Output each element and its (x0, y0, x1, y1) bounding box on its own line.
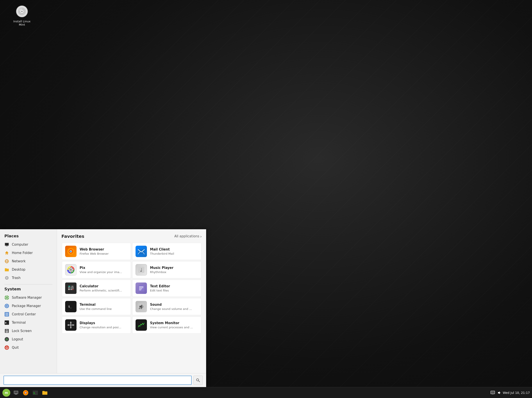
logout-icon: G (4, 337, 9, 342)
right-panel: Favorites All applications › (57, 229, 206, 373)
terminal-app-icon: $_ (65, 301, 76, 312)
taskbar-left: m (2, 389, 49, 397)
app-item-displays[interactable]: Displays Change resolution and posi... (62, 317, 131, 334)
sidebar-item-logout-label: Logout (12, 337, 23, 341)
left-panel: Places Computer (0, 229, 57, 373)
texteditor-info: Text Editor Edit text files (150, 284, 198, 292)
desktop-icon (13, 390, 19, 395)
thunderbird-icon (135, 246, 147, 257)
svg-rect-51 (71, 286, 73, 287)
show-desktop-button[interactable] (12, 389, 20, 397)
search-button[interactable] (193, 376, 203, 385)
sidebar-item-desktop-label: Desktop (12, 267, 25, 272)
svg-rect-7 (6, 246, 8, 246)
taskbar-files[interactable] (41, 389, 49, 397)
sidebar-item-computer[interactable]: Computer (0, 240, 57, 249)
search-input[interactable] (4, 376, 192, 385)
svg-rect-57 (70, 289, 70, 290)
svg-rect-6 (5, 243, 8, 245)
taskbar-firefox[interactable] (21, 389, 30, 397)
app-item-sound[interactable]: ◀◀ Sound Change sound volume and ... (132, 298, 201, 315)
displays-name: Displays (80, 321, 128, 325)
svg-rect-81 (14, 391, 18, 393)
svg-rect-61 (139, 286, 143, 287)
sidebar-item-terminal[interactable]: ▶_ Terminal (0, 318, 57, 327)
sidebar-item-terminal-label: Terminal (12, 321, 26, 325)
sidebar-item-logout[interactable]: G Logout (0, 335, 57, 343)
taskbar-terminal[interactable]: $_ (31, 389, 39, 397)
svg-rect-63 (139, 289, 142, 289)
svg-rect-83 (14, 394, 18, 394)
sidebar-item-lockscreen[interactable]: Lock Screen (0, 327, 57, 335)
sidebar-item-quit[interactable]: ⏻ Quit (0, 343, 57, 352)
rhythmbox-name: Music Player (150, 266, 198, 270)
start-menu-body: Places Computer (0, 229, 206, 373)
svg-rect-50 (68, 286, 70, 287)
sidebar-item-control-label: Control Center (12, 312, 36, 316)
svg-point-40 (70, 251, 71, 252)
taskbar-right: Wed Jul 10, 21:17 (491, 391, 530, 395)
svg-marker-9 (5, 251, 9, 255)
displays-info: Displays Change resolution and posi... (80, 321, 128, 329)
computer-icon (4, 242, 9, 247)
app-item-thunderbird[interactable]: Mail Client Thunderbird Mail (132, 243, 201, 260)
screen-icon (491, 391, 495, 395)
quit-icon: ⏻ (4, 345, 9, 350)
app-item-pix[interactable]: Pix View and organize your ima... (62, 261, 131, 278)
chevron-right-icon: › (200, 234, 202, 239)
svg-text:⏻: ⏻ (5, 346, 8, 349)
sound-desc: Change sound volume and ... (150, 307, 198, 311)
sidebar-item-trash[interactable]: ♻ Trash (0, 274, 57, 282)
sidebar-item-control[interactable]: Control Center (0, 310, 57, 318)
svg-rect-52 (68, 287, 69, 288)
rhythmbox-info: Music Player Rhythmbox (150, 266, 198, 274)
terminal-app-name: Terminal (80, 303, 128, 307)
svg-rect-60 (138, 285, 144, 291)
taskbar-clock: Wed Jul 10, 21:17 (503, 391, 530, 394)
app-item-firefox[interactable]: Web Browser Firefox Web Browser (62, 243, 131, 260)
svg-text:G: G (6, 338, 8, 341)
svg-rect-62 (139, 287, 143, 288)
sidebar-item-lockscreen-label: Lock Screen (12, 329, 32, 333)
desktop-icon-label: Install Linux Mint (11, 20, 33, 26)
sidebar-item-desktop[interactable]: Desktop (0, 265, 57, 274)
sound-info: Sound Change sound volume and ... (150, 303, 198, 311)
pix-name: Pix (80, 266, 128, 270)
sidebar-item-home[interactable]: Home Folder (0, 249, 57, 257)
svg-rect-54 (71, 287, 72, 288)
install-linux-mint-icon[interactable]: Install Linux Mint (11, 4, 33, 26)
svg-marker-93 (498, 392, 500, 394)
firefox-desc: Firefox Web Browser (80, 252, 128, 255)
app-item-rhythmbox[interactable]: ♩ Music Player Rhythmbox (132, 261, 201, 278)
app-item-calculator[interactable]: Calculator Perform arithmetic, scientifi… (62, 280, 131, 297)
app-item-terminal[interactable]: $_ Terminal Use the command line (62, 298, 131, 315)
app-item-sysmonitor[interactable]: System Monitor View current processes an… (132, 317, 201, 334)
svg-rect-26 (5, 314, 8, 315)
svg-text:♻: ♻ (6, 277, 8, 280)
svg-text:♩: ♩ (140, 267, 142, 273)
all-apps-link[interactable]: All applications › (174, 234, 202, 239)
terminal-app-desc: Use the command line (80, 307, 128, 311)
pix-desc: View and organize your ima... (80, 270, 128, 274)
sidebar-item-software[interactable]: Software Manager (0, 293, 57, 302)
text-editor-icon (135, 282, 147, 294)
firefox-icon (65, 246, 76, 257)
pix-info: Pix View and organize your ima... (80, 266, 128, 274)
sysmonitor-name: System Monitor (150, 321, 198, 325)
app-item-texteditor[interactable]: Text Editor Edit text files (132, 280, 201, 297)
sidebar-item-package[interactable]: Package Manager (0, 302, 57, 310)
sidebar-item-network[interactable]: Network (0, 257, 57, 265)
thunderbird-name: Mail Client (150, 248, 198, 251)
svg-text:◀◀: ◀◀ (138, 307, 142, 310)
sysmonitor-desc: View current processes and ... (150, 326, 198, 329)
texteditor-name: Text Editor (150, 284, 198, 288)
mint-menu-button[interactable]: m (2, 389, 11, 397)
svg-point-17 (6, 297, 7, 298)
apps-grid: Web Browser Firefox Web Browser (61, 243, 202, 334)
terminal-icon: ▶_ (4, 320, 9, 325)
thunderbird-info: Mail Client Thunderbird Mail (150, 248, 198, 255)
firefox-info: Web Browser Firefox Web Browser (80, 248, 128, 255)
lock-screen-icon (4, 329, 9, 333)
texteditor-desc: Edit text files (150, 289, 198, 292)
calculator-desc: Perform arithmetic, scientifi... (80, 289, 128, 292)
